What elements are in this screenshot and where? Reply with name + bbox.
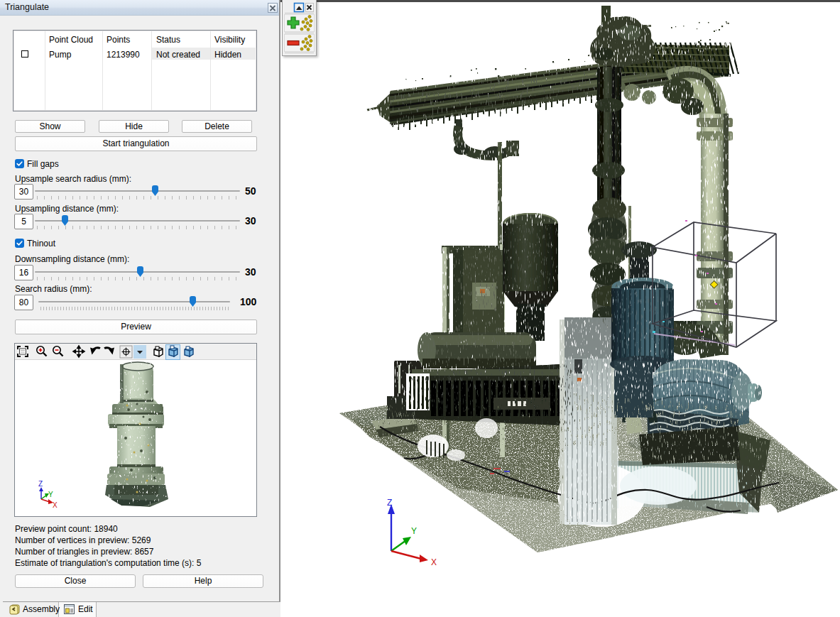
svg-text:X: X (431, 557, 437, 567)
svg-text:X: X (53, 501, 58, 509)
svg-text:Z: Z (38, 480, 43, 488)
svg-text:Z: Z (387, 498, 392, 508)
svg-text:Y: Y (411, 526, 417, 536)
svg-text:Y: Y (48, 491, 53, 498)
